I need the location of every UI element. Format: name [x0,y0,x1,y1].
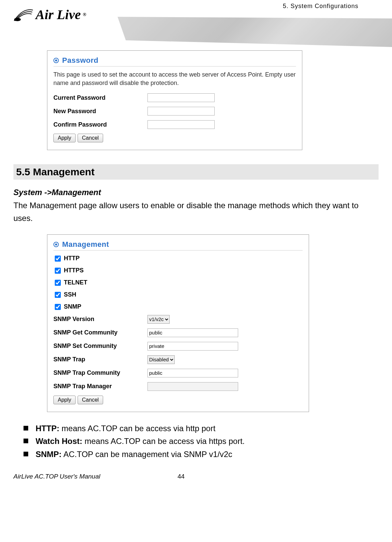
page-header: 5. System Configurations Air Live® [13,0,379,54]
https-check-row: HTTPS [53,267,303,275]
snmp-trap-comm-input[interactable] [147,369,238,377]
logo-trademark: ® [83,12,86,17]
password-panel-title: Password [62,56,98,65]
chapter-label: 5. System Configurations [283,3,358,10]
new-password-input[interactable] [147,107,215,116]
https-check-label: HTTPS [64,267,84,274]
telnet-check-row: TELNET [53,279,303,287]
apply-button[interactable]: Apply [53,396,76,404]
snmp-get-input[interactable] [147,328,238,337]
bullet-snmp: SNMP: AC.TOP can be management via SNMP … [24,448,379,461]
bullet-watch-host-text: means AC.TOP can be access via https por… [82,437,245,446]
logo-swoosh-icon [13,8,34,21]
management-panel-title-row: Management [53,240,303,251]
radio-icon [53,242,59,247]
bullet-http: HTTP: means AC.TOP can be access via htt… [24,422,379,435]
snmp-check-label: SNMP [64,303,81,310]
snmp-trap-mgr-label: SNMP Trap Manager [53,383,147,390]
confirm-password-label: Confirm Password [53,121,147,128]
snmp-get-row: SNMP Get Community [53,328,303,337]
airlive-logo: Air Live® [13,7,86,22]
http-check-label: HTTP [64,255,80,262]
bullet-snmp-text: AC.TOP can be management via SNMP v1/v2c [61,450,232,459]
current-password-input[interactable] [147,93,215,102]
http-checkbox[interactable] [55,256,61,262]
footer-left: AirLive AC.TOP User's Manual [13,473,100,480]
snmp-trap-comm-row: SNMP Trap Community [53,369,303,377]
page-footer: AirLive AC.TOP User's Manual 44 [13,473,379,480]
snmp-version-select[interactable]: v1/v2c [147,315,170,324]
management-panel-title: Management [62,240,109,249]
snmp-set-row: SNMP Set Community [53,342,303,351]
section-intro: The Management page allow users to enabl… [13,199,379,224]
bullet-http-text: means AC.TOP can be access via http port [59,424,216,433]
snmp-trap-mgr-row: SNMP Trap Manager [53,382,303,391]
bullet-list: HTTP: means AC.TOP can be access via htt… [24,422,379,461]
snmp-version-row: SNMP Version v1/v2c [53,315,303,324]
new-password-row: New Password [53,107,296,116]
management-screenshot-panel: Management HTTP HTTPS TELNET SSH SNMP SN… [47,234,309,412]
bullet-watch-host: Watch Host: means AC.TOP can be access v… [24,435,379,448]
password-screenshot-panel: Password This page is used to set the ac… [47,50,302,150]
confirm-password-row: Confirm Password [53,120,296,129]
snmp-trap-row: SNMP Trap Disabled [53,355,303,364]
bullet-watch-host-label: Watch Host: [36,437,82,446]
snmp-check-row: SNMP [53,303,303,311]
management-button-row: Apply Cancel [53,396,303,404]
password-panel-description: This page is used to set the account to … [53,71,296,87]
cancel-button[interactable]: Cancel [78,134,103,142]
http-check-row: HTTP [53,255,303,263]
bullet-http-label: HTTP: [36,424,59,433]
snmp-get-label: SNMP Get Community [53,329,147,336]
snmp-trap-mgr-input[interactable] [147,382,238,391]
snmp-version-label: SNMP Version [53,316,147,323]
ssh-check-row: SSH [53,291,303,299]
nav-path: System ->Management [13,188,379,197]
telnet-check-label: TELNET [64,279,87,286]
footer-page-number: 44 [177,473,184,480]
snmp-trap-comm-label: SNMP Trap Community [53,369,147,376]
square-bullet-icon [24,426,28,431]
current-password-label: Current Password [53,94,147,101]
logo-text: Air Live [36,7,81,22]
ssh-checkbox[interactable] [55,292,61,298]
section-heading: 5.5 Management [13,164,379,180]
new-password-label: New Password [53,108,147,115]
confirm-password-input[interactable] [147,120,215,129]
snmp-set-label: SNMP Set Community [53,343,147,350]
snmp-checkbox[interactable] [55,304,61,310]
svg-point-0 [14,18,21,21]
https-checkbox[interactable] [55,268,61,274]
square-bullet-icon [24,439,28,443]
square-bullet-icon [24,452,28,456]
current-password-row: Current Password [53,93,296,102]
cancel-button[interactable]: Cancel [78,396,103,404]
snmp-trap-label: SNMP Trap [53,356,147,363]
header-decor [118,17,392,50]
bullet-snmp-label: SNMP: [36,450,61,459]
ssh-check-label: SSH [64,291,76,298]
apply-button[interactable]: Apply [53,134,76,142]
password-panel-title-row: Password [53,56,296,66]
radio-icon [53,58,59,63]
snmp-set-input[interactable] [147,342,238,351]
snmp-trap-select[interactable]: Disabled [147,355,175,364]
password-button-row: Apply Cancel [53,134,296,142]
telnet-checkbox[interactable] [55,280,61,286]
